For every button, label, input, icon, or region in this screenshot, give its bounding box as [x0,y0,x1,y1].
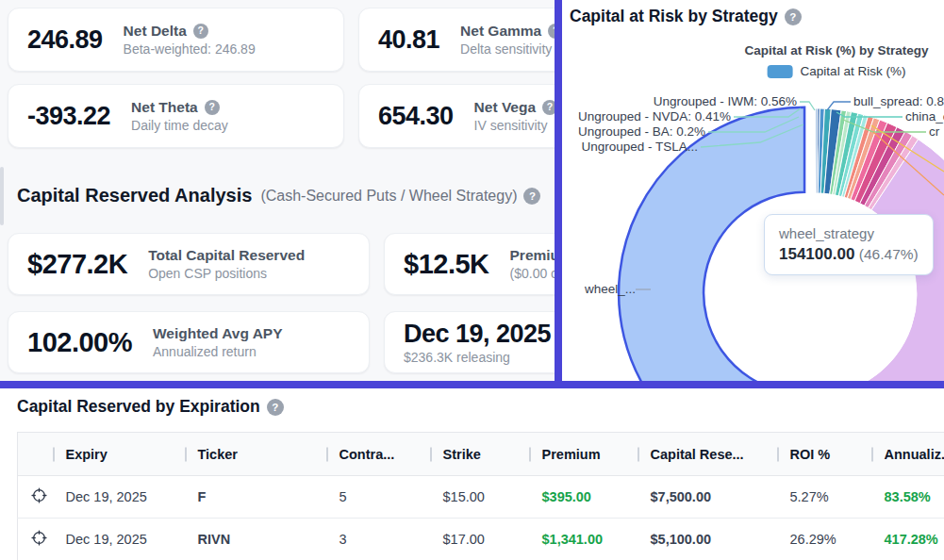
net-theta-label: Net Theta [131,98,198,117]
col-header-ticker[interactable]: Ticker [185,433,326,476]
table-row: Dec 19, 2025RIVN3$17.00$1,341.00$5,100.0… [18,519,944,560]
cell-roi: 5.27% [777,476,871,519]
col-header-strike[interactable]: Strike [430,433,529,476]
chart-tooltip: wheel_strategy 154100.00 (46.47%) [764,214,934,275]
expiration-header: Capital Reserved by Expiration ? [17,397,284,417]
chart-legend[interactable]: Capital at Risk (%) [768,64,906,78]
cell-premium: $1,341.00 [529,519,638,560]
tooltip-series-name: wheel_strategy [779,225,919,241]
capital-analysis-header: Capital Reserved Analysis (Cash-Secured … [17,185,540,206]
total-capital-sub: Open CSP positions [148,265,305,282]
cell-ticker: F [185,476,326,519]
help-icon[interactable]: ? [205,100,220,115]
dashboard: 246.89 Net Delta? Beta-weighted: 246.89 … [0,0,944,560]
net-delta-sub: Beta-weighted: 246.89 [124,41,256,58]
cell-contracts: 5 [326,476,430,519]
table-row: Dec 19, 2025F5$15.00$395.00$7,500.005.27… [18,476,944,519]
panel-divider-vertical [555,0,562,381]
scroll-indicator [0,167,4,225]
cell-roi: 26.29% [777,519,871,560]
total-capital-value: $277.2K [27,249,127,280]
tooltip-value: 154100.00 [779,245,854,263]
cell-annualized: 83.58% [871,476,944,519]
cell-contracts: 3 [326,519,430,560]
net-delta-card: 246.89 Net Delta? Beta-weighted: 246.89 [8,8,344,72]
total-capital-label: Total Capital Reserved [148,246,305,265]
help-icon[interactable]: ? [193,24,208,39]
help-icon[interactable]: ? [523,188,540,205]
cell-capital_reserved: $5,100.00 [638,519,777,560]
col-header-premium[interactable]: Premium [529,433,638,476]
cell-expiry: Dec 19, 2025 [53,476,185,519]
crosshair-icon [31,487,47,503]
col-header-icon [18,433,53,476]
section-subtitle: (Cash-Secured Puts / Wheel Strategy) [260,188,517,205]
metrics-panel: 246.89 Net Delta? Beta-weighted: 246.89 … [0,0,555,381]
capital-at-risk-panel: Ungrouped - IWM: 0.56%Ungrouped - NVDA: … [562,0,944,381]
cell-strike: $15.00 [430,476,529,519]
capital-by-expiration-panel: Capital Reserved by Expiration ? ExpiryT… [0,388,944,560]
weighted-apy-value: 102.00% [27,327,132,358]
expiration-title: Capital Reserved by Expiration [17,397,260,417]
help-icon[interactable]: ? [785,8,802,25]
net-gamma-label: Net Gamma [460,22,541,41]
cell-strike: $17.00 [430,519,529,560]
section-title: Capital Reserved Analysis [17,185,252,206]
col-header-annualized[interactable]: Annualiz... [871,433,944,476]
net-theta-value: -393.22 [27,102,110,131]
cell-premium: $395.00 [529,476,638,519]
weighted-apy-sub: Annualized return [153,343,283,360]
net-vega-label: Net Vega [474,98,536,117]
row-target-button[interactable] [18,476,53,519]
cell-capital_reserved: $7,500.00 [638,476,777,519]
next-expiration-sub: $236.3K releasing [404,350,510,365]
weighted-apy-card: 102.00% Weighted Avg APY Annualized retu… [8,311,370,373]
net-vega-value: 654.30 [378,102,454,131]
expiration-table: ExpiryTickerContra...StrikePremiumCapita… [17,432,944,560]
cell-expiry: Dec 19, 2025 [53,519,185,560]
weighted-apy-label: Weighted Avg APY [153,324,283,343]
net-gamma-value: 40.81 [378,25,439,55]
cell-ticker: RIVN [185,519,326,560]
panel-title: Capital at Risk by Strategy [570,7,778,26]
net-delta-value: 246.89 [27,25,103,55]
net-vega-sub: IV sensitivity [474,117,557,134]
premium-collected-value: $12.5K [404,249,489,280]
col-header-roi[interactable]: ROI % [777,433,871,476]
chart-title: Capital at Risk (%) by Strategy [744,43,928,58]
help-icon[interactable]: ? [267,399,284,416]
row-target-button[interactable] [18,519,53,560]
tooltip-percent: (46.47%) [859,246,919,262]
col-header-expiry[interactable]: Expiry [53,433,185,476]
net-delta-label: Net Delta [124,22,187,41]
total-capital-card: $277.2K Total Capital Reserved Open CSP … [8,233,370,295]
legend-swatch[interactable] [768,65,793,78]
crosshair-icon [31,530,47,546]
net-gamma-sub: Delta sensitivity [460,41,563,58]
next-expiration-value: Dec 19, 2025 [404,320,551,349]
cell-annualized: 417.28% [871,519,944,560]
net-theta-card: -393.22 Net Theta? Daily time decay [8,84,344,148]
col-header-capital_reserved[interactable]: Capital Rese... [638,433,777,476]
col-header-contracts[interactable]: Contra... [326,433,430,476]
legend-label: Capital at Risk (%) [801,64,906,78]
net-theta-sub: Daily time decay [131,117,228,134]
panel-divider-horizontal [0,381,944,388]
